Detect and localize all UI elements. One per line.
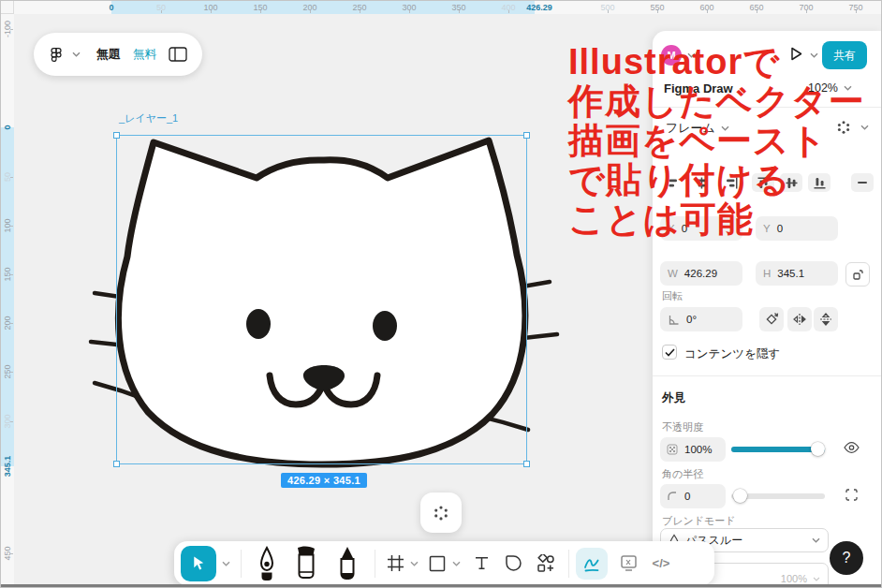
ruler-tick bbox=[657, 10, 658, 13]
toolbar-divider bbox=[241, 550, 242, 578]
frame-type-dropdown[interactable]: フレーム bbox=[666, 120, 729, 137]
chevron-down-icon[interactable] bbox=[860, 125, 869, 130]
ruler-tick bbox=[10, 323, 13, 324]
zoom-level: 102% bbox=[808, 81, 838, 95]
opacity-slider[interactable] bbox=[731, 447, 825, 452]
opacity-slider-thumb[interactable] bbox=[811, 442, 825, 456]
toolbar-divider bbox=[568, 550, 569, 578]
ruler-label: 426.29 bbox=[526, 3, 552, 12]
zoom-control[interactable]: 102% bbox=[808, 81, 852, 95]
corner-radius-field[interactable]: 0 bbox=[660, 484, 726, 508]
avatar[interactable]: M bbox=[661, 45, 682, 66]
align-h-center-button[interactable] bbox=[690, 173, 713, 192]
more-alignment-button[interactable] bbox=[851, 173, 874, 192]
align-left-button[interactable] bbox=[660, 173, 683, 192]
help-button[interactable]: ? bbox=[830, 541, 863, 575]
ruler-horizontal[interactable]: 050100150200250300350400426.295005506006… bbox=[1, 1, 882, 14]
text-tool-button[interactable] bbox=[466, 555, 496, 571]
ruler-tick bbox=[10, 372, 13, 373]
align-right-button[interactable] bbox=[720, 173, 742, 192]
ruler-tick bbox=[10, 177, 13, 178]
text-icon bbox=[474, 555, 490, 571]
toggle-sidebar-icon[interactable] bbox=[169, 47, 187, 62]
height-field[interactable]: H 345.1 bbox=[756, 261, 838, 286]
component-props-icon[interactable] bbox=[837, 121, 850, 134]
rotation-field[interactable]: 0° bbox=[660, 307, 742, 331]
x-position-field[interactable]: X 0 bbox=[660, 216, 742, 241]
field-value: 426.29 bbox=[684, 268, 717, 279]
draw-mode-button[interactable] bbox=[576, 548, 608, 580]
chevron-down-icon[interactable] bbox=[452, 561, 461, 566]
ruler-tick bbox=[10, 29, 13, 30]
frame-grid-icon bbox=[387, 554, 404, 572]
align-v-center-button[interactable] bbox=[780, 173, 802, 192]
visibility-eye-icon[interactable] bbox=[844, 441, 860, 454]
pen-tool-button[interactable] bbox=[248, 545, 286, 582]
selection-handle[interactable] bbox=[113, 461, 120, 467]
selection-handle[interactable] bbox=[523, 132, 530, 139]
independent-corners-icon[interactable] bbox=[845, 488, 859, 502]
flip-vertical-button[interactable] bbox=[814, 307, 838, 331]
clip-content-checkbox[interactable] bbox=[662, 345, 677, 360]
appearance-section-header: 外見 bbox=[662, 390, 685, 406]
width-field[interactable]: W 426.29 bbox=[660, 261, 742, 286]
chevron-down-icon[interactable] bbox=[72, 51, 81, 57]
selection-size-badge: 426.29 × 345.1 bbox=[281, 473, 367, 488]
quick-actions-button[interactable] bbox=[420, 492, 462, 533]
actions-tool-button[interactable] bbox=[530, 554, 562, 573]
flip-horizontal-button[interactable] bbox=[787, 307, 812, 331]
chevron-down-icon[interactable] bbox=[810, 52, 818, 58]
figma-logo-icon[interactable] bbox=[49, 47, 64, 63]
y-position-field[interactable]: Y 0 bbox=[756, 216, 838, 241]
share-button[interactable]: 共有 bbox=[822, 41, 867, 69]
chevron-down-icon bbox=[844, 85, 852, 91]
board-mode-button[interactable] bbox=[611, 554, 645, 572]
align-bottom-button[interactable] bbox=[808, 173, 831, 192]
comment-tool-button[interactable] bbox=[496, 554, 530, 572]
move-tool-button[interactable] bbox=[181, 546, 216, 581]
dots-ring-icon bbox=[434, 506, 448, 521]
ruler-tick bbox=[707, 10, 708, 13]
figma-draw-window: _レイヤー_1 426.29 × 345.1 05010015020025030… bbox=[0, 0, 882, 588]
pencil-tool-button[interactable] bbox=[327, 545, 368, 582]
panel-divider bbox=[653, 107, 882, 108]
ruler-tick bbox=[10, 553, 13, 554]
constrain-proportions-icon[interactable] bbox=[845, 262, 870, 287]
field-label: X bbox=[668, 223, 675, 234]
frame-tool-button[interactable] bbox=[382, 554, 408, 572]
code-icon: </> bbox=[653, 556, 670, 570]
selection-handle[interactable] bbox=[113, 132, 120, 139]
chevron-down-icon[interactable] bbox=[410, 561, 419, 566]
ruler-vertical[interactable]: -100050100150200250300345.1450 bbox=[1, 1, 14, 588]
corner-radius-slider[interactable] bbox=[731, 493, 825, 499]
corner-radius-slider-thumb[interactable] bbox=[733, 489, 747, 503]
opacity-field[interactable]: 100% bbox=[660, 437, 726, 462]
field-value: 0 bbox=[682, 223, 687, 234]
comment-bubble-icon bbox=[505, 554, 522, 572]
frame-name-label[interactable]: _レイヤー_1 bbox=[119, 111, 178, 125]
shape-tool-button[interactable] bbox=[424, 555, 450, 572]
opacity-label: 不透明度 bbox=[662, 420, 703, 434]
present-play-icon[interactable] bbox=[789, 46, 803, 62]
blend-mode-label: ブレンドモード bbox=[662, 514, 736, 528]
rotate-button[interactable] bbox=[759, 307, 784, 331]
ruler-tick bbox=[409, 10, 410, 13]
inspector-panel: M 共有 Figma Draw 102% フレーム bbox=[653, 31, 882, 588]
ruler-tick bbox=[211, 10, 212, 13]
align-top-button[interactable] bbox=[752, 173, 774, 192]
ruler-corner bbox=[1, 1, 14, 14]
field-label: Y bbox=[763, 223, 771, 234]
selection-handle[interactable] bbox=[523, 461, 530, 467]
chevron-down-icon[interactable] bbox=[687, 52, 696, 58]
plan-badge[interactable]: 無料 bbox=[133, 47, 156, 63]
selection-box[interactable] bbox=[116, 135, 527, 464]
ruler-tick bbox=[459, 10, 460, 13]
file-title[interactable]: 無題 bbox=[96, 46, 121, 63]
dev-mode-button[interactable]: </> bbox=[645, 556, 677, 570]
field-value: 0° bbox=[686, 314, 697, 325]
rectangle-icon bbox=[429, 555, 446, 572]
marker-icon bbox=[293, 545, 319, 582]
marker-tool-button[interactable] bbox=[286, 545, 327, 582]
chevron-down-icon bbox=[721, 125, 729, 131]
chevron-down-icon[interactable] bbox=[222, 561, 230, 566]
